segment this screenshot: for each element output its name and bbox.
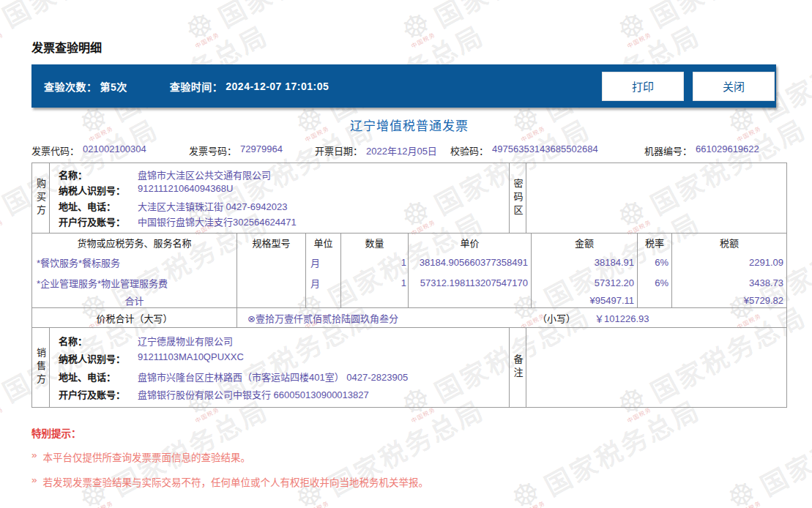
item-unit: 月 [306, 272, 340, 293]
column-unit: 单位 月 月 [306, 234, 341, 307]
invoice-number: 发票号码： 72979964 [189, 143, 315, 157]
machine-number-value: 661029619622 [696, 143, 759, 157]
buyer-taxid-value: 91211121064094368U [138, 183, 233, 197]
seller-side-cell: 销售方 [32, 328, 50, 407]
header-rate: 税率 [638, 234, 671, 253]
page-title: 发票查验明细 [31, 38, 102, 56]
item-amount: 38184.91 [532, 253, 637, 273]
close-button[interactable]: 关闭 [693, 72, 775, 101]
invoice-title: 辽宁增值税普通发票 [31, 116, 787, 134]
header-price: 单价 [409, 234, 531, 253]
seller-taxid-row: 纳税人识别号： 91211103MA10QPUXXC [59, 351, 509, 365]
buyer-address-value: 大洼区大洼镇珠江街 0427-6942023 [138, 199, 287, 213]
buyer-name-value: 盘锦市大洼区公共交通有限公司 [138, 168, 271, 182]
column-price: 单价 38184.905660377358491 57312.198113207… [409, 234, 532, 307]
column-spec: 规格型号 [237, 234, 306, 307]
tip-item-2: » 若发现发票查验结果与实际交易不符，任何单位或个人有权拒收并向当地税务机关举报… [31, 474, 428, 489]
query-info-bar: 查验次数： 第5次 查验时间： 2024-12-07 17:01:05 打印 关… [31, 64, 776, 108]
item-qty: 1 [341, 272, 408, 293]
tax-total-values: ⊗壹拾万壹仟贰佰贰拾陆圆玖角叁分 （小写） ￥101226.93 [237, 308, 786, 327]
machine-number: 机器编号： 661029619622 [644, 143, 787, 157]
remark-area [526, 328, 786, 407]
header-spec: 规格型号 [237, 234, 305, 253]
query-times-label: 查验次数： [44, 79, 97, 94]
total-qty-empty [341, 293, 408, 307]
header-tax: 税额 [672, 234, 786, 253]
total-rate-empty [638, 293, 671, 307]
special-tips: 特别提示： » 本平台仅提供所查询发票票面信息的查验结果。 » 若发现发票查验结… [31, 425, 428, 499]
invoice-date-value: 2022年12月05日 [366, 143, 437, 157]
machine-number-label: 机器编号： [644, 143, 692, 157]
query-times-group: 查验次数： 第5次 [44, 79, 127, 94]
tip-text-1: 本平台仅提供所查询发票票面信息的查验结果。 [43, 449, 251, 464]
seller-bank-value: 盘锦银行股份有限公司中银支行 660050130900013827 [138, 387, 369, 401]
query-times-value: 第5次 [100, 79, 127, 94]
remark-side-cell: 备注 [509, 328, 526, 407]
tax-total-lowercase-label: （小写） [537, 311, 576, 325]
check-code-value: 49756353143685502684 [492, 143, 598, 157]
total-spec-empty [237, 293, 305, 307]
total-unit-empty [306, 293, 340, 307]
buyer-taxid-label: 纳税人识别号： [59, 183, 138, 197]
header-qty: 数量 [341, 234, 408, 253]
invoice-meta-row: 发票代码： 021002100304 发票号码： 72979964 开票日期： … [31, 143, 787, 157]
header-unit: 单位 [306, 234, 340, 253]
item-name: *企业管理服务*物业管理服务费 [32, 272, 236, 293]
print-button[interactable]: 打印 [602, 72, 684, 101]
column-rate: 税率 6% 6% [638, 234, 672, 307]
items-section: 货物或应税劳务、服务名称 *餐饮服务*餐标服务 *企业管理服务*物业管理服务费 … [32, 234, 786, 308]
invoice-number-value: 72979964 [240, 143, 283, 157]
seller-name-label: 名称： [59, 334, 138, 348]
item-name: *餐饮服务*餐标服务 [32, 253, 236, 273]
seller-taxid-label: 纳税人识别号： [59, 351, 138, 365]
tips-title: 特别提示： [31, 425, 428, 440]
item-rate: 6% [638, 253, 671, 273]
column-amount: 金额 38184.91 57312.20 ¥95497.11 [532, 234, 638, 307]
buyer-bank-label: 开户行及账号： [59, 214, 138, 228]
column-tax: 税额 2291.09 3438.73 ¥5729.82 [672, 234, 786, 307]
buyer-taxid-row: 纳税人识别号： 91211121064094368U [59, 183, 509, 197]
invoice-code-label: 发票代码： [31, 143, 79, 157]
item-tax: 3438.73 [672, 272, 786, 293]
seller-taxid-value: 91211103MA10QPUXXC [138, 351, 244, 365]
check-code: 校验码： 49756353143685502684 [450, 143, 644, 157]
seller-name-value: 辽宁德晟物业有限公司 [138, 334, 233, 348]
tax-total-lowercase-value: ￥101226.93 [595, 311, 649, 325]
total-price-empty [409, 293, 531, 307]
seller-bank-label: 开户行及账号： [59, 387, 138, 401]
buyer-details: 名称： 盘锦市大洼区公共交通有限公司 纳税人识别号： 9121112106409… [50, 163, 509, 233]
tax-total-section: 价税合计（大写） ⊗壹拾万壹仟贰佰贰拾陆圆玖角叁分 （小写） ￥101226.9… [32, 308, 786, 328]
tip-item-1: » 本平台仅提供所查询发票票面信息的查验结果。 [31, 449, 428, 464]
invoice-code-value: 021002100304 [83, 143, 146, 157]
tip-bullet-icon: » [31, 474, 37, 489]
buyer-name-label: 名称： [59, 168, 138, 182]
item-qty: 1 [341, 253, 408, 273]
header-name: 货物或应税劳务、服务名称 [32, 234, 236, 253]
buyer-side-cell: 购买方 [32, 163, 50, 233]
invoice-date-label: 开票日期： [315, 143, 362, 157]
query-time-group: 查验时间： 2024-12-07 17:01:05 [170, 79, 329, 94]
tip-text-2: 若发现发票查验结果与实际交易不符，任何单位或个人有权拒收并向当地税务机关举报。 [43, 474, 429, 489]
check-code-label: 校验码： [450, 143, 488, 157]
seller-side-label: 销售方 [34, 348, 48, 387]
remark-side-label: 备注 [511, 354, 525, 381]
invoice-number-label: 发票号码： [189, 143, 236, 157]
buyer-name-row: 名称： 盘锦市大洼区公共交通有限公司 [59, 168, 509, 182]
invoice-verification-page: 发票查验明细 查验次数： 第5次 查验时间： 2024-12-07 17:01:… [0, 0, 812, 508]
header-amount: 金额 [532, 234, 637, 253]
buyer-bank-value: 中国银行盘锦大洼支行302564624471 [138, 214, 297, 228]
item-spec [237, 253, 305, 273]
total-amount: ¥95497.11 [532, 293, 637, 307]
tax-total-uppercase: ⊗壹拾万壹仟贰佰贰拾陆圆玖角叁分 [237, 311, 537, 325]
query-bar-buttons: 打印 关闭 [602, 72, 775, 101]
seller-details: 名称： 辽宁德晟物业有限公司 纳税人识别号： 91211103MA10QPUXX… [50, 328, 509, 407]
seller-address-value: 盘锦市兴隆台区庄林路西（市客运站四楼401室） 0427-2823905 [138, 370, 408, 384]
invoice-code: 发票代码： 021002100304 [31, 143, 189, 157]
item-price: 57312.198113207547170 [409, 272, 531, 293]
tip-bullet-icon: » [31, 449, 37, 464]
buyer-bank-row: 开户行及账号： 中国银行盘锦大洼支行302564624471 [59, 214, 509, 228]
seller-name-row: 名称： 辽宁德晟物业有限公司 [59, 334, 509, 348]
seller-section: 销售方 名称： 辽宁德晟物业有限公司 纳税人识别号： 91211103MA10Q… [32, 328, 786, 407]
item-price: 38184.905660377358491 [409, 253, 531, 273]
invoice-table: 购买方 名称： 盘锦市大洼区公共交通有限公司 纳税人识别号： 912111210… [31, 163, 787, 408]
